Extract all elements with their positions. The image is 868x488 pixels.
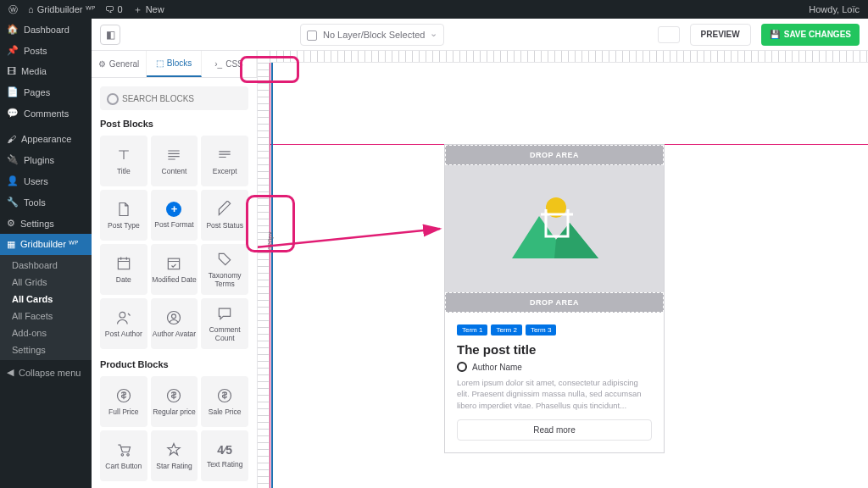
menu-media[interactable]: 🎞 Media (0, 61, 92, 81)
panel-tabs: ⚙General ⬚Blocks ›_CSS (92, 51, 257, 78)
block-excerpt[interactable]: Excerpt (201, 136, 248, 186)
block-date[interactable]: Date (100, 244, 147, 295)
block-icon (165, 309, 182, 326)
wp-logo-icon[interactable]: ⓦ (8, 3, 18, 16)
block-author-avatar[interactable]: Author Avatar (151, 298, 198, 349)
block-title[interactable]: Title (100, 136, 147, 186)
guide-blue (271, 63, 273, 488)
menu-gridbuilder[interactable]: ▦ Gridbuilder ᵂᴾ (0, 234, 92, 255)
menu-pages[interactable]: 📄 Pages (0, 81, 92, 103)
save-button[interactable]: 💾SAVE CHANGES (761, 24, 860, 46)
block-label: Sale Price (209, 408, 242, 416)
block-label: Content (162, 168, 187, 175)
site-link[interactable]: ⌂ Gridbuilder ᵂᴾ (28, 4, 95, 15)
post-title: The post title (457, 342, 652, 357)
submenu-dashboard[interactable]: Dashboard (0, 257, 92, 274)
term-tag[interactable]: Term 1 (457, 324, 487, 336)
submenu-settings[interactable]: Settings (0, 341, 92, 358)
block-regular-price[interactable]: Regular price (151, 376, 198, 427)
menu-settings[interactable]: ⚙ Settings (0, 213, 92, 234)
menu-dashboard[interactable]: 🏠 Dashboard (0, 19, 92, 40)
menu-appearance[interactable]: 🖌 Appearance (0, 129, 92, 149)
block-content[interactable]: Content (151, 136, 198, 186)
block-label: Star Rating (156, 463, 192, 470)
block-star-rating[interactable]: Star Rating (151, 430, 198, 481)
gridbuilder-app: ◧ No Layer/Block Selected PREVIEW 💾SAVE … (92, 19, 868, 488)
preview-button[interactable]: PREVIEW (690, 24, 751, 46)
submenu-addons[interactable]: Add-ons (0, 324, 92, 341)
block-icon (165, 387, 182, 404)
collapse-menu[interactable]: ◀ Collapse menu (0, 360, 92, 385)
tab-css[interactable]: ›_CSS (202, 51, 257, 77)
card-preview[interactable]: DROP AREA DROP AREA Term 1Term 2Term 3 T… (444, 144, 665, 453)
guide-vertical (270, 63, 270, 488)
tab-blocks[interactable]: ⬚Blocks (147, 51, 202, 77)
blocks-panel: ⚙General ⬚Blocks ›_CSS Post Blocks Title… (92, 51, 258, 488)
svg-rect-1 (169, 258, 180, 269)
featured-image-placeholder[interactable] (445, 165, 664, 292)
section-post-blocks: Post Blocks (100, 119, 248, 129)
layer-selector[interactable]: No Layer/Block Selected (300, 24, 444, 46)
drop-area-mid[interactable]: DROP AREA (445, 292, 664, 313)
gear-icon: ⚙ (98, 59, 106, 69)
drop-area-top[interactable]: DROP AREA (445, 145, 664, 165)
svg-line-12 (258, 229, 440, 254)
background-swatch[interactable] (658, 26, 680, 43)
submenu-all-grids[interactable]: All Grids (0, 274, 92, 291)
block-icon (216, 251, 233, 268)
block-label: Full Price (108, 408, 138, 416)
svg-point-2 (120, 312, 125, 318)
new-link[interactable]: ＋ New (133, 3, 164, 16)
block-icon (115, 309, 132, 326)
block-label: Excerpt (213, 168, 237, 175)
block-icon (165, 441, 182, 458)
term-tag[interactable]: Term 2 (491, 324, 521, 336)
block-label: Title (117, 168, 131, 175)
menu-posts[interactable]: 📌 Posts (0, 40, 92, 61)
wp-admin-bar: ⓦ ⌂ Gridbuilder ᵂᴾ 🗨 0 ＋ New Howdy, Loïc (0, 0, 868, 19)
block-post-status[interactable]: Post Status (201, 190, 248, 241)
block-post-author[interactable]: Post Author (100, 298, 147, 349)
ruler-vertical (258, 63, 270, 488)
submenu-all-cards[interactable]: All Cards (0, 291, 92, 308)
block-sale-price[interactable]: Sale Price (201, 376, 248, 427)
block-icon (115, 255, 132, 272)
block-label: Date (116, 276, 131, 284)
block-cart-button[interactable]: Cart Button (100, 430, 147, 481)
menu-tools[interactable]: 🔧 Tools (0, 191, 92, 213)
cube-icon: ⬚ (156, 58, 164, 68)
read-more-button[interactable]: Read more (457, 419, 652, 441)
comments-link[interactable]: 🗨 0 (105, 4, 123, 14)
placeholder-mountains-icon (504, 191, 605, 267)
canvas[interactable]: 320px DROP AREA DROP AREA Term 1Term 2Te… (258, 51, 868, 488)
block-icon (115, 201, 132, 218)
term-tag[interactable]: Term 3 (526, 324, 556, 336)
block-text-rating[interactable]: 4⁄5Text Rating (201, 430, 248, 481)
block-comment-count[interactable]: Comment Count (201, 298, 248, 349)
menu-comments[interactable]: 💬 Comments (0, 103, 92, 124)
block-icon (216, 147, 233, 164)
author-avatar-icon (457, 362, 467, 372)
toggle-panel-icon[interactable]: ◧ (100, 25, 120, 45)
block-label: Comment Count (201, 326, 248, 342)
block-label: Post Format (154, 221, 193, 229)
block-modified-date[interactable]: Modified Date (151, 244, 198, 295)
block-label: Post Status (206, 222, 242, 230)
tab-general[interactable]: ⚙General (92, 51, 147, 77)
ruler-label: 320px (266, 231, 274, 250)
block-post-format[interactable]: +Post Format (151, 190, 198, 241)
search-blocks-input[interactable] (100, 86, 248, 110)
menu-plugins[interactable]: 🔌 Plugins (0, 149, 92, 170)
block-taxonomy-terms[interactable]: Taxonomy Terms (201, 244, 248, 295)
block-post-type[interactable]: Post Type (100, 190, 147, 241)
howdy-link[interactable]: Howdy, Loïc (809, 4, 860, 14)
submenu-all-facets[interactable]: All Facets (0, 308, 92, 324)
code-icon: ›_ (214, 59, 222, 69)
block-icon (216, 305, 233, 322)
post-author-row: Author Name (457, 362, 652, 372)
block-icon (165, 147, 182, 164)
svg-point-9 (127, 453, 130, 456)
block-full-price[interactable]: Full Price (100, 376, 147, 427)
menu-users[interactable]: 👤 Users (0, 170, 92, 191)
section-product-blocks: Product Blocks (100, 359, 248, 369)
